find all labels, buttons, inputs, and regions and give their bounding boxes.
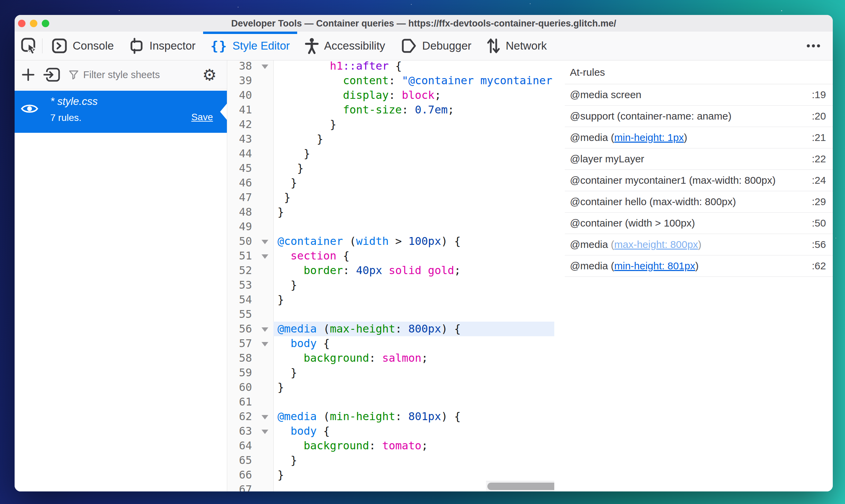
code-line-64: 64 background: tomato; [227, 438, 554, 453]
at-rule-fragment: @media ( [570, 132, 614, 143]
code-text[interactable]: body { [273, 336, 554, 351]
code-line-61: 61 [227, 395, 554, 409]
filter-style-sheets-input[interactable]: Filter style sheets [68, 69, 160, 80]
gutter-cell: 53 [227, 278, 273, 292]
style-sheet-sidebar: Filter style sheets ⚙︎ * style.css 7 r [15, 60, 227, 491]
code-text[interactable]: } [273, 380, 554, 395]
tab-console[interactable]: Console [44, 32, 121, 60]
at-rule-text: @media screen [570, 89, 812, 101]
save-link[interactable]: Save [191, 112, 213, 123]
code-text[interactable]: h1::after { [273, 60, 554, 73]
tab-inspector[interactable]: Inspector [121, 32, 203, 60]
code-text[interactable]: } [273, 278, 554, 292]
code-text[interactable]: background: tomato; [273, 438, 554, 453]
code-text[interactable]: font-size: 0.7em; [273, 103, 554, 117]
code-text[interactable]: } [273, 161, 554, 176]
code-text[interactable]: } [273, 176, 554, 190]
fold-marker-icon[interactable] [262, 254, 268, 259]
gutter-cell: 58 [227, 351, 273, 365]
code-text[interactable] [273, 395, 554, 409]
code-text[interactable]: } [273, 365, 554, 380]
code-text[interactable]: @media (max-height: 800px) { [273, 322, 554, 336]
at-rule-row[interactable]: @layer myLayer:22 [565, 148, 833, 170]
devtools-content: Filter style sheets ⚙︎ * style.css 7 r [15, 60, 833, 491]
tab-style-editor[interactable]: {}Style Editor [203, 32, 298, 60]
horizontal-scrollbar-thumb[interactable] [487, 483, 554, 490]
code-line-41: 41 font-size: 0.7em; [227, 103, 554, 117]
code-line-52: 52 border: 40px solid gold; [227, 263, 554, 278]
gutter-cell: 61 [227, 395, 273, 409]
tab-network[interactable]: Network [479, 32, 554, 60]
code-text[interactable]: } [273, 132, 554, 146]
code-text[interactable] [273, 219, 554, 234]
at-rule-row[interactable]: @container hello (max-width: 800px):29 [565, 191, 833, 213]
fold-marker-icon[interactable] [262, 240, 268, 244]
fold-marker-icon[interactable] [262, 430, 268, 434]
media-query-link[interactable]: max-height: 800px [614, 239, 698, 250]
code-line-59: 59 } [227, 365, 554, 380]
gutter-cell: 59 [227, 365, 273, 380]
code-text[interactable]: @container (width > 100px) { [273, 234, 554, 249]
at-rule-text: @media (max-height: 800px) [570, 239, 812, 250]
line-number: 53 [239, 278, 252, 292]
code-line-42: 42 } [227, 117, 554, 132]
gutter-cell: 47 [227, 190, 273, 205]
plus-icon [21, 68, 35, 82]
accessibility-icon [305, 37, 319, 54]
at-rule-row[interactable]: @container mycontainer1 (max-width: 800p… [565, 170, 833, 191]
at-rule-fragment: ) [698, 239, 701, 250]
at-rule-row[interactable]: @support (container-name: aname):20 [565, 106, 833, 127]
tab-debugger[interactable]: Debugger [393, 32, 479, 60]
line-number: 58 [239, 351, 252, 365]
tab-accessibility[interactable]: Accessibility [297, 32, 393, 60]
element-picker-button[interactable] [18, 35, 40, 56]
code-text[interactable]: display: block; [273, 88, 554, 103]
media-query-link[interactable]: min-height: 1px [614, 132, 684, 143]
style-editor-options-button[interactable]: ⚙︎ [202, 67, 217, 83]
media-query-link[interactable]: min-height: 801px [614, 260, 695, 271]
code-text[interactable]: background: salmon; [273, 351, 554, 365]
at-rule-row[interactable]: @media (min-height: 801px):62 [565, 255, 833, 277]
at-rule-row[interactable]: @media (max-height: 800px):56 [565, 234, 833, 255]
code-line-48: 48} [227, 205, 554, 219]
code-text[interactable]: } [273, 292, 554, 307]
gutter-cell: 44 [227, 146, 273, 161]
code-text[interactable]: } [273, 205, 554, 219]
meatball-menu-button[interactable] [806, 42, 821, 49]
gutter-cell: 51 [227, 249, 273, 263]
code-text[interactable]: } [273, 468, 554, 482]
code-editor[interactable]: 38 h1::after {39 content: "@container my… [227, 60, 554, 491]
code-text[interactable]: border: 40px solid gold; [273, 263, 554, 278]
style-sheet-rule-count: 7 rules. [50, 112, 82, 123]
at-rule-fragment: @media [570, 239, 611, 250]
fold-marker-icon[interactable] [262, 65, 268, 69]
code-line-40: 40 display: block; [227, 88, 554, 103]
gutter-cell: 62 [227, 409, 273, 424]
code-text[interactable]: } [273, 146, 554, 161]
at-rule-row[interactable]: @container (width > 100px):50 [565, 213, 833, 234]
editor-horizontal-scrollbar[interactable] [486, 481, 554, 491]
main-toolbar: ConsoleInspector{}Style EditorAccessibil… [15, 32, 833, 60]
code-text[interactable]: content: "@container mycontainer (width … [273, 73, 554, 88]
at-rule-fragment: @layer myLayer [570, 153, 644, 164]
code-text[interactable]: } [273, 117, 554, 132]
at-rule-fragment: @media screen [570, 89, 642, 100]
at-rule-row[interactable]: @media (min-height: 1px):21 [565, 127, 833, 148]
line-number: 60 [239, 380, 252, 395]
at-rule-row[interactable]: @media screen:19 [565, 84, 833, 106]
code-text[interactable]: body { [273, 424, 554, 438]
code-text[interactable]: @media (min-height: 801px) { [273, 409, 554, 424]
code-line-62: 62@media (min-height: 801px) { [227, 409, 554, 424]
at-rule-text: @container mycontainer1 (max-width: 800p… [570, 175, 812, 186]
code-text[interactable]: section { [273, 249, 554, 263]
code-text[interactable]: } [273, 190, 554, 205]
style-sheet-item[interactable]: * style.css 7 rules. Save [15, 91, 227, 133]
fold-marker-icon[interactable] [262, 415, 268, 419]
eye-icon[interactable] [21, 103, 38, 114]
code-text[interactable] [273, 307, 554, 322]
new-style-sheet-button[interactable] [21, 64, 36, 85]
fold-marker-icon[interactable] [262, 327, 268, 332]
code-text[interactable]: } [273, 453, 554, 468]
import-style-sheet-button[interactable] [43, 64, 61, 85]
fold-marker-icon[interactable] [262, 342, 268, 346]
